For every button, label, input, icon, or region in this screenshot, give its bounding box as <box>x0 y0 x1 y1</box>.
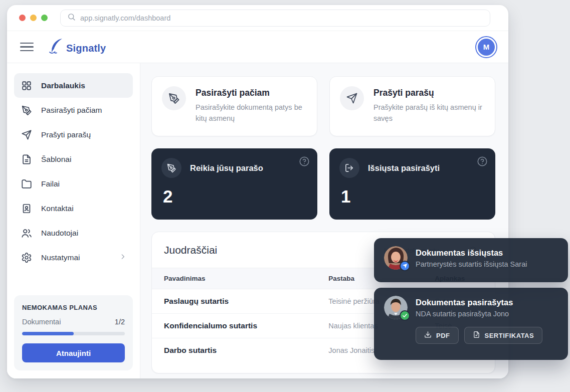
search-icon <box>67 13 76 23</box>
pen-nib-icon <box>21 104 33 116</box>
sidebar-item-label: Kontaktai <box>41 204 74 213</box>
plan-usage-label: Dokumentai <box>22 318 61 326</box>
pen-nib-icon <box>162 86 186 110</box>
grid-icon <box>21 80 33 92</box>
sidebar-item-label: Naudotojai <box>41 229 78 238</box>
users-icon <box>21 227 33 239</box>
sidebar: Darbalaukis Pasirašyti pačiam Prašyti pa… <box>7 63 140 378</box>
sidebar-item-nustatymai[interactable]: Nustatymai <box>14 245 133 270</box>
sidebar-item-prasyti-parasu[interactable]: Prašyti parašų <box>14 122 133 147</box>
certificate-button-label: SERTIFIKATAS <box>485 332 534 339</box>
toast-message: Partnerystės sutartis išsiųsta Sarai <box>416 260 527 268</box>
action-card-prasyti-parasu[interactable]: Prašyti parašų Prašykite parašų iš kitų … <box>329 76 495 136</box>
chevron-right-icon <box>119 253 126 262</box>
plan-progress-bar <box>22 332 125 335</box>
plan-title: NEMOKAMAS PLANAS <box>22 304 125 311</box>
draft-name: Paslaugų sutartis <box>152 289 316 314</box>
logo-text: Signatly <box>66 43 106 57</box>
menu-icon[interactable] <box>20 43 34 52</box>
action-card-title: Prašyti parašų <box>373 88 485 98</box>
sidebar-item-sablonai[interactable]: Šablonai <box>14 147 133 171</box>
toast-dokumentas-issiustas: Dokumentas išsiųstas Partnerystės sutart… <box>374 238 568 282</box>
send-badge-icon <box>400 261 410 271</box>
minimize-window-button[interactable] <box>30 15 37 21</box>
template-icon <box>21 153 33 165</box>
sidebar-item-pasirasyti-paciam[interactable]: Pasirašyti pačiam <box>14 98 133 122</box>
send-icon <box>340 86 364 110</box>
sidebar-item-label: Darbalaukis <box>41 81 85 90</box>
avatar <box>384 246 408 270</box>
sidebar-item-kontaktai[interactable]: Kontaktai <box>14 196 133 221</box>
check-badge-icon <box>400 310 410 321</box>
sidebar-item-failai[interactable]: Failai <box>14 171 133 196</box>
action-card-description: Pasirašykite dokumentą patys be kitų asm… <box>196 102 307 124</box>
action-card-description: Prašykite parašų iš kitų asmenų ir savęs <box>373 102 485 124</box>
app-header: Signatly M <box>7 31 508 63</box>
toast-title: Dokumentas išsiųstas <box>416 248 527 258</box>
sidebar-item-label: Failai <box>41 179 60 188</box>
toast-title: Dokumentas pasirašytas <box>416 298 513 307</box>
help-icon[interactable] <box>477 156 488 167</box>
gear-icon <box>21 252 33 264</box>
browser-chrome: app.signatly.com/dashboard <box>7 5 508 31</box>
sidebar-item-naudotojai[interactable]: Naudotojai <box>14 221 133 245</box>
zoom-window-button[interactable] <box>41 15 48 21</box>
close-window-button[interactable] <box>19 15 26 21</box>
action-card-title: Pasirašyti pačiam <box>196 88 307 98</box>
pdf-button-label: PDF <box>436 332 450 339</box>
send-icon <box>21 129 33 141</box>
sidebar-item-label: Pasirašyti pačiam <box>41 106 102 115</box>
column-header-pavadinimas: Pavadinimas <box>152 268 316 289</box>
plan-usage-value: 1/2 <box>115 318 125 326</box>
quill-icon <box>47 37 65 57</box>
contact-card-icon <box>21 203 33 215</box>
stat-card-label: Išsiųsta pasirašyti <box>368 163 440 173</box>
stat-card-value: 1 <box>341 186 485 207</box>
draft-name: Konfidencialumo sutartis <box>152 314 316 338</box>
app-logo[interactable]: Signatly <box>47 37 106 57</box>
sidebar-item-label: Prašyti parašų <box>41 130 91 139</box>
certificate-button[interactable]: SERTIFIKATAS <box>464 327 543 344</box>
upgrade-button[interactable]: Atnaujinti <box>22 343 125 362</box>
draft-name: Darbo sutartis <box>152 338 316 363</box>
stat-card-reikia-paraso: Reikia jūsų parašo 2 <box>151 148 317 220</box>
stat-card-label: Reikia jūsų parašo <box>190 163 263 173</box>
stat-card-issiusta-pasirasyti: Išsiųsta pasirašyti 1 <box>329 148 495 220</box>
drafts-title: Juodraščiai <box>164 244 217 256</box>
sidebar-item-label: Nustatymai <box>41 253 80 262</box>
sidebar-item-darbalaukis[interactable]: Darbalaukis <box>14 73 133 98</box>
folder-icon <box>21 178 33 190</box>
toast-message: NDA sutartis pasirašyta Jono <box>416 310 513 318</box>
help-icon[interactable] <box>299 156 310 167</box>
avatar-initial: M <box>478 39 495 56</box>
window-controls <box>19 15 48 21</box>
pdf-download-button[interactable]: PDF <box>416 327 459 344</box>
toast-dokumentas-pasirasytas: Dokumentas pasirašytas NDA sutartis pasi… <box>374 288 568 360</box>
user-avatar[interactable]: M <box>475 36 497 58</box>
action-card-pasirasyti-paciam[interactable]: Pasirašyti pačiam Pasirašykite dokumentą… <box>151 76 317 136</box>
sidebar-item-label: Šablonai <box>41 155 71 164</box>
plan-progress-fill <box>22 332 74 335</box>
send-out-icon <box>339 158 359 178</box>
certificate-icon <box>473 331 480 340</box>
download-icon <box>424 331 432 340</box>
avatar <box>384 296 408 319</box>
pen-nib-icon <box>161 158 181 178</box>
url-bar[interactable]: app.signatly.com/dashboard <box>60 10 490 27</box>
plan-card: NEMOKAMAS PLANAS Dokumentai 1/2 Atnaujin… <box>14 295 133 370</box>
url-text: app.signatly.com/dashboard <box>80 14 170 22</box>
stat-card-value: 2 <box>163 186 307 207</box>
desktop-background: app.signatly.com/dashboard Signatly M <box>0 0 570 392</box>
